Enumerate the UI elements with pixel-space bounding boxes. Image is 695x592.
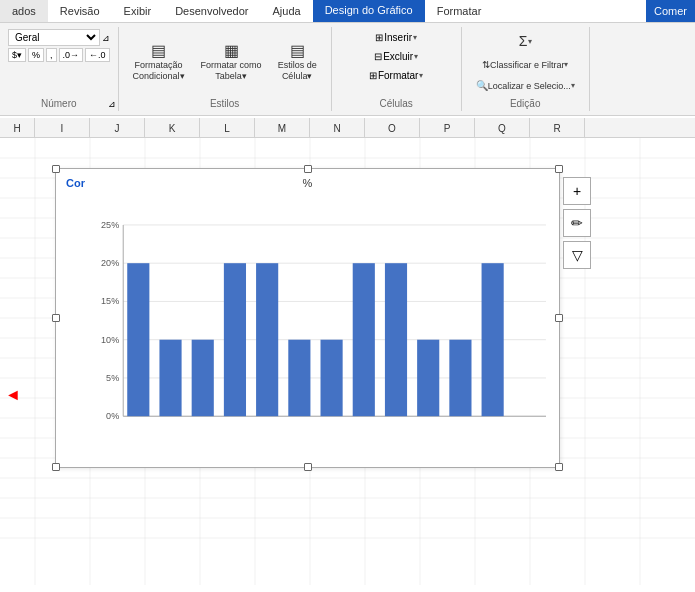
classificar-arrow: ▾ — [564, 60, 568, 69]
inserir-arrow: ▾ — [413, 33, 417, 42]
xlabel-andre: André — [251, 421, 273, 422]
col-header-q[interactable]: Q — [475, 118, 530, 138]
handle-tr[interactable] — [555, 165, 563, 173]
excluir-btn[interactable]: ⊟ Excluir ▾ — [369, 48, 423, 65]
col-header-h[interactable]: H — [0, 118, 35, 138]
tabela-label2: Tabela▾ — [215, 71, 247, 81]
percent-btn[interactable]: % — [28, 48, 44, 62]
handle-ml[interactable] — [52, 314, 60, 322]
xlabel-pedro: Pedro — [187, 421, 209, 422]
col-header-k[interactable]: K — [145, 118, 200, 138]
col-header-n[interactable]: N — [310, 118, 365, 138]
inserir-label: Inserir — [384, 32, 412, 43]
ribbon-tabs: ados Revisão Exibir Desenvolvedor Ajuda … — [0, 0, 695, 23]
currency-btn[interactable]: $▾ — [8, 48, 26, 62]
numero-label: Número — [41, 98, 77, 109]
tab-revisao[interactable]: Revisão — [48, 0, 112, 22]
chart-style-btn[interactable]: ✏ — [563, 209, 591, 237]
edicao-controls: Σ ▾ ⇅ Classificar e Filtrar ▾ 🔍 Localiza… — [470, 29, 581, 109]
celulas-controls: ⊞ Inserir ▾ ⊟ Excluir ▾ ⊞ Formatar ▾ — [364, 29, 429, 109]
bar-rogerio — [385, 263, 407, 416]
tab-ajuda[interactable]: Ajuda — [261, 0, 313, 22]
formatacao-condicional-btn[interactable]: ▤ Formatação Condicional▾ — [127, 39, 191, 85]
estilos-controls: ▤ Formatação Condicional▾ ▦ Formatar com… — [127, 29, 323, 109]
estilos-label2: Célula▾ — [282, 71, 313, 81]
numero-expand-btn[interactable]: ⊿ — [108, 99, 116, 109]
estilos-label: Estilos de — [278, 60, 317, 70]
numero-dialog-btn[interactable]: ⊿ — [102, 33, 110, 43]
svg-text:20%: 20% — [101, 258, 119, 268]
localizar-btn[interactable]: 🔍 Localizar e Selecio... ▾ — [470, 76, 581, 95]
tab-exibir[interactable]: Exibir — [112, 0, 164, 22]
bar-ana — [353, 263, 375, 416]
chart-container[interactable]: Cor % 0% 5% 10% 15% 20% 25% — [55, 168, 560, 468]
numero-select[interactable]: Geral — [8, 29, 100, 46]
chart-pct-label: % — [303, 177, 313, 189]
bar-tonho — [288, 340, 310, 417]
classificar-label: Classificar e Filtrar — [490, 60, 565, 70]
col-header-l[interactable]: L — [200, 118, 255, 138]
increase-decimal-btn[interactable]: .0→ — [59, 48, 84, 62]
tabela-label: Formatar como — [201, 60, 262, 70]
formatacao-icon: ▤ — [151, 43, 166, 59]
spreadsheet-area: ◄ Cor % 0% 5% 10% 15% 20% 25% — [0, 138, 695, 585]
xlabel-rodrigo: Rodrigo — [407, 421, 434, 422]
handle-tl[interactable] — [52, 165, 60, 173]
handle-mr[interactable] — [555, 314, 563, 322]
col-header-o[interactable]: O — [365, 118, 420, 138]
svg-text:25%: 25% — [101, 220, 119, 230]
chart-add-element-btn[interactable]: + — [563, 177, 591, 205]
column-headers: H I J K L M N O P Q R — [0, 118, 695, 138]
xlabel-maria: Maria — [155, 421, 176, 422]
chart-tools: + ✏ ▽ — [563, 177, 591, 269]
estilos-celula-btn[interactable]: ▤ Estilos de Célula▾ — [272, 39, 323, 85]
soma-icon: Σ — [519, 33, 528, 49]
formatacao-label: Formatação — [135, 60, 183, 70]
xlabel-rogerio: Rogério — [375, 421, 402, 422]
formatar-tabela-btn[interactable]: ▦ Formatar como Tabela▾ — [195, 39, 268, 85]
comment-button[interactable]: Comer — [646, 0, 695, 22]
tab-dados[interactable]: ados — [0, 0, 48, 22]
excluir-label: Excluir — [383, 51, 413, 62]
handle-bm[interactable] — [304, 463, 312, 471]
excluir-arrow: ▾ — [414, 52, 418, 61]
bar-joao3 — [482, 263, 504, 416]
localizar-label: Localizar e Selecio... — [488, 81, 571, 91]
handle-bl[interactable] — [52, 463, 60, 471]
svg-text:10%: 10% — [101, 335, 119, 345]
svg-text:0%: 0% — [106, 411, 119, 421]
decrease-decimal-btn[interactable]: ←.0 — [85, 48, 110, 62]
classificar-btn[interactable]: ⇅ Classificar e Filtrar ▾ — [476, 55, 575, 74]
xlabel-ana: Ana — [353, 421, 370, 422]
inserir-btn[interactable]: ⊞ Inserir ▾ — [370, 29, 422, 46]
handle-tm[interactable] — [304, 165, 312, 173]
group-celulas: ⊞ Inserir ▾ ⊟ Excluir ▾ ⊞ Formatar ▾ Cél… — [332, 27, 462, 111]
col-header-p[interactable]: P — [420, 118, 475, 138]
tab-formatar[interactable]: Formatar — [425, 0, 494, 22]
chart-title: Cor — [66, 177, 85, 189]
col-header-r[interactable]: R — [530, 118, 585, 138]
col-header-m[interactable]: M — [255, 118, 310, 138]
xlabel-joao1: João — [125, 421, 144, 422]
formatar-btn[interactable]: ⊞ Formatar ▾ — [364, 67, 429, 84]
formatar-label: Formatar — [378, 70, 419, 81]
tab-desenvolvedor[interactable]: Desenvolvedor — [163, 0, 260, 22]
soma-btn[interactable]: Σ ▾ — [509, 29, 541, 53]
chart-filter-btn[interactable]: ▽ — [563, 241, 591, 269]
bar-carlos — [224, 263, 246, 416]
chart-area: 0% 5% 10% 15% 20% 25% — [91, 199, 549, 422]
estilos-label: Estilos — [210, 98, 239, 109]
col-header-j[interactable]: J — [90, 118, 145, 138]
localizar-arrow: ▾ — [571, 81, 575, 90]
classificar-icon: ⇅ — [482, 59, 490, 70]
tab-design-grafico[interactable]: Design do Gráfico — [313, 0, 425, 22]
numero-row1: $▾ % , .0→ ←.0 — [8, 48, 110, 62]
tabela-icon: ▦ — [224, 43, 239, 59]
handle-br[interactable] — [555, 463, 563, 471]
inserir-icon: ⊞ — [375, 32, 383, 43]
group-edicao: Σ ▾ ⇅ Classificar e Filtrar ▾ 🔍 Localiza… — [462, 27, 590, 111]
excluir-icon: ⊟ — [374, 51, 382, 62]
col-header-i[interactable]: I — [35, 118, 90, 138]
comma-btn[interactable]: , — [46, 48, 57, 62]
xlabel-joao3: João — [479, 421, 498, 422]
